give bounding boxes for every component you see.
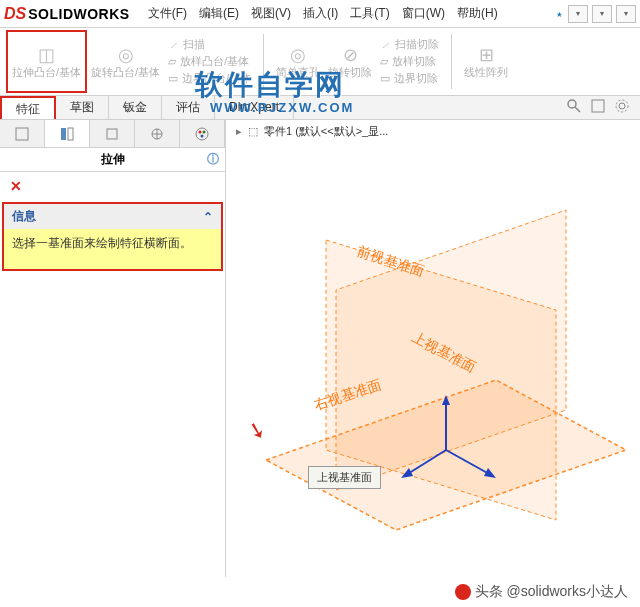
sidebar-tab-dimxpert[interactable] — [135, 120, 180, 147]
tab-sheetmetal[interactable]: 钣金 — [109, 96, 162, 119]
breadcrumb: ▸ ⬚ 零件1 (默认<<默认>_显... — [236, 124, 388, 139]
gear-icon[interactable] — [614, 98, 632, 116]
sidebar-tab-appearance[interactable] — [180, 120, 225, 147]
collapse-icon[interactable]: ⌃ — [203, 210, 213, 224]
tab-features[interactable]: 特征 — [0, 96, 56, 119]
sweep-button[interactable]: ⟋扫描 — [168, 37, 251, 52]
info-message: 选择一基准面来绘制特征横断面。 — [4, 229, 221, 269]
svg-point-13 — [199, 130, 202, 133]
menu-right: ⋆ ▾ ▾ ▾ — [555, 5, 636, 23]
svg-rect-8 — [107, 129, 117, 139]
part-name[interactable]: 零件1 (默认<<默认>_显... — [264, 124, 388, 139]
svg-rect-2 — [592, 100, 604, 112]
ribbon: ◫ 拉伸凸台/基体 ◎ 旋转凸台/基体 ⟋扫描 ▱放样凸台/基体 ▭边界凸台/基… — [0, 28, 640, 96]
toutiao-icon — [455, 584, 471, 600]
menu-help[interactable]: 帮助(H) — [457, 5, 498, 22]
sidebar-tab-config[interactable] — [90, 120, 135, 147]
expand-icon[interactable] — [590, 98, 608, 116]
logo-text: SOLIDWORKS — [28, 6, 129, 22]
extrude-icon: ◫ — [33, 44, 61, 66]
content-area: 拉伸 ⓘ ✕ 信息 ⌃ 选择一基准面来绘制特征横断面。 ▸ ⬚ 零件1 (默认<… — [0, 120, 640, 577]
sidebar-tab-property[interactable] — [45, 120, 90, 147]
tab-sketch[interactable]: 草图 — [56, 96, 109, 119]
cancel-button[interactable]: ✕ — [0, 172, 225, 200]
svg-point-14 — [203, 130, 206, 133]
qatoolbar-save[interactable]: ▾ — [616, 5, 636, 23]
part-icon: ⬚ — [248, 125, 258, 138]
app-logo: DS SOLIDWORKS — [4, 5, 130, 23]
svg-rect-5 — [16, 128, 28, 140]
svg-line-1 — [575, 107, 580, 112]
boundarycut-icon: ▭ — [380, 72, 390, 85]
svg-point-4 — [616, 100, 628, 112]
menu-window[interactable]: 窗口(W) — [402, 5, 445, 22]
info-header[interactable]: 信息 ⌃ — [4, 204, 221, 229]
boundarycut-button[interactable]: ▭边界切除 — [380, 71, 439, 86]
extrude-boss-button[interactable]: ◫ 拉伸凸台/基体 — [6, 30, 87, 93]
svg-point-3 — [619, 103, 625, 109]
attribution-footer: 头条 @solidworks小达人 — [455, 583, 628, 601]
menu-view[interactable]: 视图(V) — [251, 5, 291, 22]
svg-rect-7 — [68, 128, 73, 140]
qatoolbar-new[interactable]: ▾ — [568, 5, 588, 23]
logo-icon: DS — [4, 5, 26, 23]
menu-items: 文件(F) 编辑(E) 视图(V) 插入(I) 工具(T) 窗口(W) 帮助(H… — [148, 5, 555, 22]
revolve-boss-button[interactable]: ◎ 旋转凸台/基体 — [87, 30, 164, 93]
svg-point-0 — [568, 100, 576, 108]
menu-tools[interactable]: 工具(T) — [350, 5, 389, 22]
menu-file[interactable]: 文件(F) — [148, 5, 187, 22]
sweepcut-button[interactable]: ⟋扫描切除 — [380, 37, 439, 52]
menu-insert[interactable]: 插入(I) — [303, 5, 338, 22]
svg-point-15 — [201, 134, 204, 137]
loftcut-icon: ▱ — [380, 55, 388, 68]
pattern-icon: ⊞ — [472, 44, 500, 66]
breadcrumb-arrow-icon[interactable]: ▸ — [236, 125, 242, 138]
feature-manager-panel: 拉伸 ⓘ ✕ 信息 ⌃ 选择一基准面来绘制特征横断面。 — [0, 120, 226, 577]
watermark-title: 软件自学网 — [195, 66, 345, 104]
menubar: DS SOLIDWORKS 文件(F) 编辑(E) 视图(V) 插入(I) 工具… — [0, 0, 640, 28]
help-icon[interactable]: ⓘ — [207, 151, 219, 168]
svg-rect-6 — [61, 128, 66, 140]
sweep-icon: ⟋ — [168, 39, 179, 51]
qatoolbar-open[interactable]: ▾ — [592, 5, 612, 23]
graphics-viewport[interactable]: ▸ ⬚ 零件1 (默认<<默认>_显... 前视基准面 上视基准面 右视基准面 … — [226, 120, 640, 577]
loftcut-button[interactable]: ▱放样切除 — [380, 54, 439, 69]
feature-title: 拉伸 — [101, 151, 125, 168]
menu-edit[interactable]: 编辑(E) — [199, 5, 239, 22]
info-panel: 信息 ⌃ 选择一基准面来绘制特征横断面。 — [2, 202, 223, 271]
plane-tooltip: 上视基准面 — [308, 466, 381, 489]
pattern-button[interactable]: ⊞ 线性阵列 — [460, 30, 512, 93]
search-icon[interactable] — [566, 98, 584, 116]
svg-point-12 — [196, 128, 208, 140]
revolve-icon: ◎ — [112, 44, 140, 66]
loft-icon: ▱ — [168, 55, 176, 68]
boundary-icon: ▭ — [168, 72, 178, 85]
pin-icon[interactable]: ⋆ — [555, 6, 564, 22]
revolvecut-icon: ⊘ — [336, 44, 364, 66]
reference-planes: 前视基准面 上视基准面 右视基准面 — [226, 140, 640, 577]
hole-icon: ◎ — [284, 44, 312, 66]
sidebar-tab-feature[interactable] — [0, 120, 45, 147]
feature-title-bar: 拉伸 ⓘ — [0, 148, 225, 172]
sidebar-tabs — [0, 120, 225, 148]
watermark-url: WWW.RJZXW.COM — [210, 100, 354, 115]
sweepcut-icon: ⟋ — [380, 39, 391, 51]
